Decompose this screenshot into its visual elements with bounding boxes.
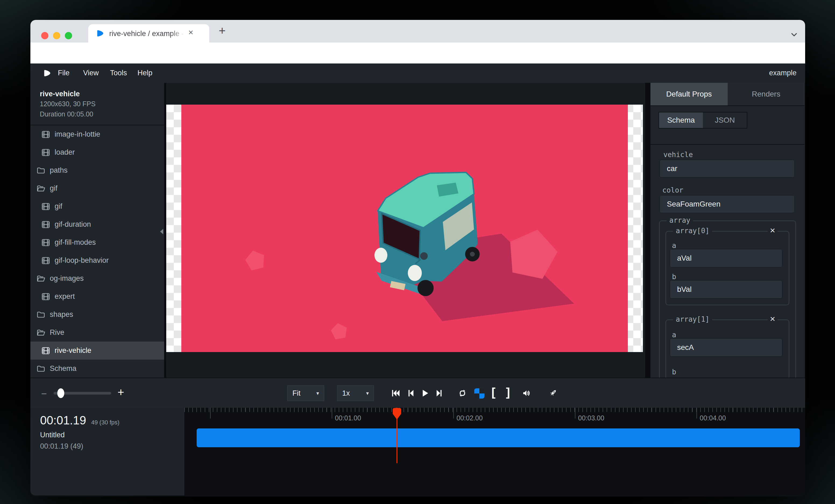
- timeline-area: 00:01.19 49 (30 fps) Untitled 00:01.19 (…: [30, 408, 805, 497]
- menu-view[interactable]: View: [83, 69, 99, 77]
- browser-tab[interactable]: rive-vehicle / example - Remoti ×: [88, 24, 209, 42]
- sidebar-item-gif-fill-modes[interactable]: gif-fill-modes: [30, 233, 175, 251]
- array-1-remove-icon[interactable]: ×: [768, 314, 777, 323]
- sidebar-item-label: expert: [55, 292, 75, 301]
- composition-canvas[interactable]: [166, 105, 643, 352]
- volume-icon[interactable]: [522, 388, 531, 398]
- play-icon[interactable]: [420, 388, 430, 398]
- sidebar-item-loader[interactable]: loader: [30, 143, 175, 161]
- folder-open-icon: [36, 184, 45, 193]
- sidebar-item-label: gif: [50, 184, 58, 193]
- schema-json-toggle: Schema JSON: [658, 112, 747, 129]
- film-icon: [41, 346, 50, 355]
- jump-to-start-icon[interactable]: [391, 388, 401, 398]
- out-point-icon[interactable]: ]: [506, 386, 510, 398]
- app-menu-bar: File View Tools Help example: [30, 63, 805, 83]
- speed-dropdown[interactable]: 1x▾: [337, 385, 374, 401]
- array-0-legend: array[0]: [673, 227, 712, 235]
- sidebar-item-label: og-images: [50, 274, 84, 283]
- preview-panel-divider: [645, 83, 650, 378]
- previous-frame-icon[interactable]: [406, 388, 415, 398]
- sidebar-item-expert[interactable]: expert: [30, 288, 175, 306]
- tab-close-icon[interactable]: ×: [188, 28, 194, 37]
- array-0-b-label: b: [672, 273, 676, 281]
- sidebar-folder-shapes[interactable]: shapes: [30, 306, 170, 323]
- remotion-logo-icon[interactable]: [43, 69, 52, 78]
- transparency-toggle-icon[interactable]: [474, 388, 485, 399]
- ruler-tick: [332, 408, 332, 419]
- sidebar-item-image-in-lottie[interactable]: image-in-lottie: [30, 125, 175, 143]
- sidebar-item-rive-vehicle[interactable]: rive-vehicle: [30, 341, 175, 360]
- sidebar-preview-divider: [164, 83, 166, 378]
- vehicle-artwork: [181, 105, 628, 352]
- in-point-icon[interactable]: [: [491, 386, 495, 398]
- array-1-a-label: a: [672, 331, 676, 339]
- sidebar-folder-gif[interactable]: gif: [30, 180, 170, 197]
- sidebar-item-label: shapes: [50, 310, 73, 319]
- traffic-close-button[interactable]: [41, 32, 48, 39]
- sidebar-folder-paths[interactable]: paths: [30, 161, 170, 180]
- array-1-a-input[interactable]: secA: [670, 338, 782, 357]
- folder-closed-icon: [36, 364, 45, 373]
- track-time: 00:01.19 (49): [40, 442, 83, 450]
- project-resolution: 1200x630, 30 FPS: [40, 100, 96, 108]
- array-1-legend: array[1]: [673, 315, 712, 323]
- zoom-in-button[interactable]: +: [118, 387, 124, 398]
- collapse-left-panel-icon[interactable]: [159, 228, 164, 235]
- toggle-schema[interactable]: Schema: [659, 112, 703, 128]
- sidebar-folder-schema[interactable]: Schema: [30, 360, 170, 378]
- props-panel-tabs: Default Props Renders: [650, 83, 805, 106]
- film-icon: [41, 202, 50, 211]
- sidebar-item-gif-loop-behavior[interactable]: gif-loop-behavior: [30, 251, 175, 270]
- folder-open-icon: [36, 328, 45, 337]
- toggle-json[interactable]: JSON: [703, 112, 747, 128]
- loop-icon[interactable]: [457, 388, 467, 398]
- sidebar-item-label: paths: [50, 166, 67, 174]
- film-icon: [41, 148, 50, 157]
- panel-divider: [650, 144, 805, 145]
- sidebar-item-gif[interactable]: gif: [30, 197, 175, 215]
- field-label-color: color: [662, 186, 683, 194]
- timeline-ruler[interactable]: [184, 408, 805, 412]
- traffic-zoom-button[interactable]: [65, 32, 72, 39]
- browser-window: rive-vehicle / example - Remoti × + loca…: [30, 20, 805, 497]
- array-0-b-input[interactable]: bVal: [670, 280, 782, 298]
- menu-file[interactable]: File: [58, 69, 70, 77]
- zoom-out-button[interactable]: −: [41, 389, 47, 399]
- sidebar-folder-rive[interactable]: Rive: [30, 323, 170, 341]
- ruler-tick: [453, 408, 454, 419]
- sidebar-item-gif-duration[interactable]: gif-duration: [30, 215, 175, 233]
- chevron-down-icon: ▾: [317, 390, 319, 396]
- folder-closed-icon: [36, 166, 45, 175]
- size-dropdown-value: Fit: [292, 389, 301, 398]
- array-0-a-label: a: [672, 241, 676, 250]
- sidebar-item-label: Rive: [50, 329, 64, 337]
- array-0-a-input[interactable]: aVal: [670, 249, 782, 267]
- menu-tools[interactable]: Tools: [110, 69, 127, 77]
- ruler-label: 00:01.00: [335, 414, 361, 422]
- new-tab-button[interactable]: +: [219, 25, 226, 37]
- film-icon: [41, 130, 50, 139]
- tab-renders[interactable]: Renders: [728, 83, 805, 105]
- tab-search-chevron-icon[interactable]: [790, 30, 799, 39]
- menu-help[interactable]: Help: [138, 69, 152, 77]
- next-frame-icon[interactable]: [434, 388, 444, 398]
- size-dropdown[interactable]: Fit▾: [287, 385, 324, 401]
- traffic-minimize-button[interactable]: [53, 32, 60, 39]
- ruler-tick: [696, 408, 697, 419]
- timeline-track-bar[interactable]: [197, 428, 800, 447]
- playhead-marker[interactable]: [392, 408, 401, 420]
- sidebar-item-label: Schema: [50, 364, 76, 373]
- browser-tab-strip: rive-vehicle / example - Remoti × +: [30, 20, 805, 42]
- vehicle-input[interactable]: car: [659, 160, 795, 177]
- compositions-sidebar: rive-vehicle 1200x630, 30 FPS Duration 0…: [30, 83, 164, 378]
- ruler-label: 00:02.00: [456, 414, 483, 422]
- color-input[interactable]: SeaFoamGreen: [659, 195, 795, 213]
- sidebar-item-label: gif-duration: [55, 220, 91, 229]
- array-0-remove-icon[interactable]: ×: [768, 226, 777, 235]
- zoom-slider-knob[interactable]: [57, 388, 64, 398]
- render-rocket-icon[interactable]: [548, 388, 558, 398]
- tab-default-props[interactable]: Default Props: [650, 83, 728, 105]
- sidebar-folder-og-images[interactable]: og-images: [30, 270, 170, 288]
- sidebar-item-label: gif-fill-modes: [55, 238, 96, 247]
